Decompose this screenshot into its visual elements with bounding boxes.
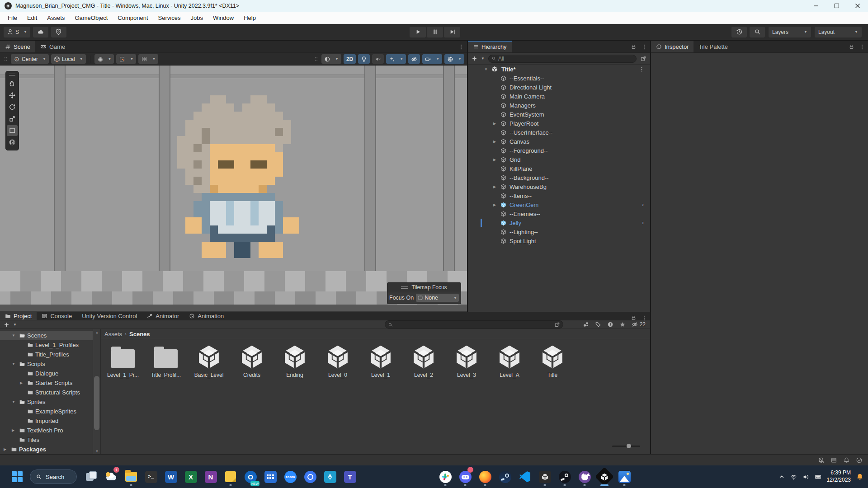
project-tree-item-imported[interactable]: Imported: [0, 416, 93, 426]
project-tree-item-tiles[interactable]: Tiles: [0, 435, 93, 445]
orientation-button[interactable]: Local▼: [51, 54, 86, 64]
project-tree-item-scenes[interactable]: ▼Scenes: [0, 331, 93, 340]
ruler-snap-button[interactable]: ▼: [138, 54, 158, 64]
tab-hierarchy[interactable]: Hierarchy: [468, 41, 512, 52]
project-search-input[interactable]: [385, 320, 563, 328]
effects-button[interactable]: ▼: [386, 54, 406, 64]
grid-snap-button[interactable]: ▼: [94, 54, 114, 64]
notifications-muted-icon[interactable]: [818, 457, 825, 464]
move-tool-button[interactable]: [7, 90, 18, 101]
taskbar-app-photos[interactable]: [614, 468, 634, 486]
menu-file[interactable]: File: [3, 12, 22, 23]
icon-size-slider[interactable]: [612, 446, 640, 447]
increment-snap-button[interactable]: ▼: [116, 54, 136, 64]
taskbar-app-widgets[interactable]: 1: [101, 468, 121, 486]
taskbar-app-unity-editor[interactable]: [594, 468, 614, 486]
tab-project[interactable]: Project: [0, 312, 37, 320]
hierarchy-item-background[interactable]: --Background--: [468, 173, 650, 182]
account-button[interactable]: S ▼: [4, 27, 30, 38]
tab-inspector[interactable]: Inspector: [651, 41, 693, 52]
asset-level-a[interactable]: Level_A: [490, 344, 529, 378]
undo-history-button[interactable]: [731, 27, 747, 38]
kebab-menu-icon[interactable]: [639, 66, 645, 72]
log-filter-icon[interactable]: [607, 321, 613, 328]
scroll-down-icon[interactable]: ▼: [93, 448, 101, 454]
tab-game[interactable]: Game: [35, 41, 70, 52]
expand-arrow-icon[interactable]: ▶: [493, 122, 496, 126]
tab-console[interactable]: Console: [37, 312, 77, 320]
hierarchy-item-eventsystem[interactable]: EventSystem: [468, 110, 650, 119]
taskbar-app-teams[interactable]: T: [340, 468, 360, 486]
volume-icon[interactable]: [802, 474, 809, 480]
project-tree-item-level-1-profiles[interactable]: Level_1_Profiles: [0, 340, 93, 350]
hierarchy-item-jelly[interactable]: Jelly›: [468, 218, 650, 227]
tab-unity-version-control[interactable]: Unity Version Control: [77, 312, 142, 320]
tray-expand-icon[interactable]: [778, 474, 785, 480]
hierarchy-scene-root[interactable]: ▼ Title*: [468, 65, 650, 74]
scene-lighting-button[interactable]: [358, 54, 370, 64]
start-button[interactable]: [12, 471, 23, 482]
prefab-open-chevron[interactable]: ›: [642, 202, 644, 208]
lock-icon[interactable]: [849, 44, 854, 50]
toggle-2d-button[interactable]: 2D: [344, 54, 356, 64]
hierarchy-search-input[interactable]: All: [488, 55, 637, 63]
kebab-menu-icon[interactable]: [458, 44, 464, 50]
taskbar-app-dictation[interactable]: [320, 468, 340, 486]
taskbar-app-firefox[interactable]: [475, 468, 495, 486]
step-button[interactable]: [444, 27, 460, 38]
taskbar-app-unity-hub[interactable]: [535, 468, 555, 486]
taskbar-app-calendar[interactable]: [260, 468, 280, 486]
pivot-mode-button[interactable]: Center▼: [11, 54, 49, 64]
asset-basic-level[interactable]: Basic_Level: [189, 344, 228, 378]
layout-dropdown[interactable]: Layout▼: [815, 27, 862, 38]
lock-icon[interactable]: [631, 315, 637, 321]
cache-server-icon[interactable]: [830, 457, 837, 464]
filter-by-type-icon[interactable]: [583, 321, 589, 328]
taskbar-search[interactable]: Search: [30, 469, 77, 484]
hierarchy-item-userinterface[interactable]: --UserInterface--: [468, 128, 650, 137]
project-tree-item-packages[interactable]: ▶Packages: [0, 445, 93, 454]
taskbar-app-terminal[interactable]: >_: [141, 468, 161, 486]
shading-mode-button[interactable]: ▼: [321, 54, 341, 64]
asset-credits[interactable]: Credits: [232, 344, 271, 378]
gizmos-button[interactable]: ▼: [444, 54, 464, 64]
tab-tile-palette[interactable]: Tile Palette: [693, 41, 733, 52]
focus-on-dropdown[interactable]: None ▼: [416, 294, 459, 302]
hierarchy-item-canvas[interactable]: ▶Canvas: [468, 137, 650, 146]
project-tree-item-title-profiles[interactable]: Title_Profiles: [0, 350, 93, 359]
progress-bell-icon[interactable]: [843, 457, 850, 464]
hierarchy-item-lighting[interactable]: --Lighting--: [468, 227, 650, 236]
scale-tool-button[interactable]: [7, 113, 18, 124]
menu-component[interactable]: Component: [113, 12, 153, 23]
menu-gameobject[interactable]: GameObject: [70, 12, 113, 23]
taskbar-app-steam-alt[interactable]: [555, 468, 575, 486]
hierarchy-item-directional-light[interactable]: Directional Light: [468, 83, 650, 92]
expand-arrow-icon[interactable]: ▶: [12, 428, 14, 432]
menu-assets[interactable]: Assets: [42, 12, 70, 23]
hierarchy-item-spot-light[interactable]: Spot Light: [468, 236, 650, 245]
asset-title-profil-[interactable]: Title_Profil...: [146, 344, 185, 378]
drag-handle-icon[interactable]: [9, 74, 15, 76]
drag-handle-icon[interactable]: [401, 286, 408, 289]
pan-tool-button[interactable]: [7, 78, 18, 89]
rotate-tool-button[interactable]: [7, 102, 18, 113]
menu-edit[interactable]: Edit: [22, 12, 42, 23]
taskbar-app-slack[interactable]: [435, 468, 455, 486]
hierarchy-item-main-camera[interactable]: Main Camera: [468, 92, 650, 101]
hierarchy-item-essentials[interactable]: --Essentials--: [468, 74, 650, 83]
create-object-button[interactable]: ▼: [472, 56, 485, 61]
expand-arrow-icon[interactable]: ▶: [493, 185, 496, 189]
collab-id-button[interactable]: [51, 27, 66, 38]
asset-level-3[interactable]: Level_3: [447, 344, 486, 378]
project-tree-item-examplesprites[interactable]: ExampleSprites: [0, 407, 93, 416]
global-search-button[interactable]: [750, 27, 765, 38]
taskbar-app-sticky-notes[interactable]: [221, 468, 241, 486]
kebab-menu-icon[interactable]: [859, 44, 865, 50]
transform-tool-button[interactable]: [7, 137, 18, 148]
hierarchy-item-managers[interactable]: Managers: [468, 101, 650, 110]
expand-arrow-icon[interactable]: ▶: [493, 140, 496, 144]
scroll-up-icon[interactable]: ▲: [93, 329, 101, 335]
taskbar-app-outlook[interactable]: ONEW: [241, 468, 260, 486]
camera-settings-button[interactable]: ▼: [422, 54, 442, 64]
expand-arrow-icon[interactable]: ▼: [12, 400, 15, 404]
